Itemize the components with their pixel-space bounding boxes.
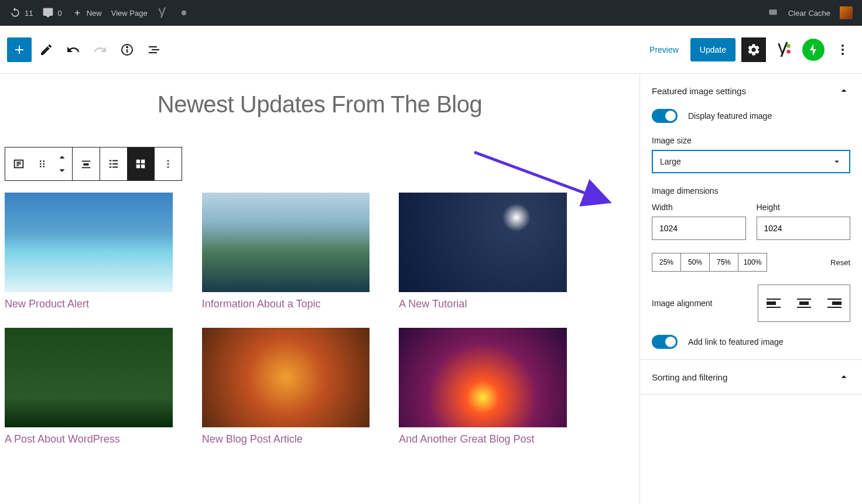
reset-link[interactable]: Reset xyxy=(830,258,850,267)
yoast-editor-button[interactable] xyxy=(772,37,796,62)
chevron-up-icon xyxy=(837,371,850,383)
height-input[interactable] xyxy=(757,217,851,240)
toolbar-more[interactable] xyxy=(155,148,182,180)
jetpack-button[interactable] xyxy=(802,39,825,61)
chevron-up-icon xyxy=(56,151,69,164)
svg-point-7 xyxy=(842,44,844,47)
editor-canvas[interactable]: Newest Updates From The Blog xyxy=(0,74,639,504)
info-button[interactable] xyxy=(115,37,139,62)
align-left-button[interactable] xyxy=(758,285,789,321)
svg-point-5 xyxy=(786,44,791,48)
edit-mode-button[interactable] xyxy=(34,37,59,62)
post-image xyxy=(5,328,173,427)
svg-point-6 xyxy=(786,50,791,54)
width-input[interactable] xyxy=(652,217,746,240)
drag-icon xyxy=(36,157,49,170)
post-image xyxy=(5,193,173,292)
post-card[interactable]: A Post About WordPress xyxy=(5,328,173,445)
settings-button[interactable] xyxy=(741,37,766,62)
more-menu-button[interactable] xyxy=(830,37,855,62)
undo-icon xyxy=(66,43,80,57)
svg-point-14 xyxy=(40,160,42,162)
post-card[interactable]: Information About a Topic xyxy=(202,193,370,310)
svg-point-15 xyxy=(43,160,45,162)
toolbar-grid-view[interactable] xyxy=(127,148,154,180)
display-featured-toggle[interactable] xyxy=(652,109,678,123)
update-button[interactable]: Update xyxy=(690,38,736,61)
post-title[interactable]: Information About a Topic xyxy=(202,298,370,310)
admin-updates[interactable]: 11 xyxy=(5,0,37,26)
pct-100-button[interactable]: 100% xyxy=(738,253,767,272)
post-card[interactable]: A New Tutorial xyxy=(399,193,567,310)
image-size-select[interactable]: Large xyxy=(652,150,850,173)
clear-cache-label: Clear Cache xyxy=(788,9,830,18)
post-title[interactable]: New Product Alert xyxy=(5,298,173,310)
admin-clear-cache[interactable]: Clear Cache xyxy=(784,0,835,26)
toolbar-move[interactable] xyxy=(52,148,72,180)
comment-icon xyxy=(42,7,54,19)
admin-comments[interactable]: 0 xyxy=(37,0,66,26)
add-link-toggle[interactable] xyxy=(652,335,678,349)
post-image xyxy=(399,328,567,427)
toolbar-block-type[interactable] xyxy=(5,148,32,180)
add-block-button[interactable] xyxy=(7,37,32,62)
image-size-label: Image size xyxy=(652,136,850,145)
align-icon xyxy=(80,157,93,170)
toolbar-drag[interactable] xyxy=(32,148,52,180)
plus-icon xyxy=(71,7,83,19)
jetpack-icon xyxy=(806,43,820,57)
toolbar-list-view[interactable] xyxy=(100,148,127,180)
featured-image-panel: Featured image settings Display featured… xyxy=(640,74,862,360)
list-icon xyxy=(147,43,161,57)
post-image xyxy=(399,193,567,292)
post-title[interactable]: A New Tutorial xyxy=(399,298,567,310)
redo-icon xyxy=(93,43,107,57)
svg-point-8 xyxy=(842,49,844,51)
avatar xyxy=(840,6,853,19)
admin-yoast[interactable] xyxy=(152,0,173,26)
svg-point-25 xyxy=(167,163,169,165)
post-title[interactable]: New Blog Post Article xyxy=(202,433,370,445)
pencil-icon xyxy=(39,43,53,57)
admin-avatar[interactable] xyxy=(835,0,857,26)
panel-header-featured[interactable]: Featured image settings xyxy=(652,84,850,97)
svg-point-17 xyxy=(43,163,45,165)
page-title[interactable]: Newest Updates From The Blog xyxy=(5,91,635,118)
posts-grid: New Product Alert Information About a To… xyxy=(5,193,567,445)
info-icon xyxy=(120,43,134,57)
plus-icon xyxy=(12,43,26,57)
toggle-label: Add link to featured image xyxy=(688,337,784,347)
pct-75-button[interactable]: 75% xyxy=(709,253,738,272)
post-title[interactable]: And Another Great Blog Post xyxy=(399,433,567,445)
preview-link[interactable]: Preview xyxy=(644,45,685,54)
admin-view-page[interactable]: View Page xyxy=(107,0,152,26)
svg-point-24 xyxy=(167,160,169,162)
svg-point-0 xyxy=(181,11,186,15)
comments-count: 0 xyxy=(57,9,61,18)
chevron-up-icon xyxy=(837,84,850,97)
post-card[interactable]: New Product Alert xyxy=(5,193,173,310)
post-title[interactable]: A Post About WordPress xyxy=(5,433,173,445)
pct-50-button[interactable]: 50% xyxy=(680,253,710,272)
undo-button[interactable] xyxy=(61,37,85,62)
admin-clear-cache-icon[interactable] xyxy=(762,0,784,26)
post-card[interactable]: New Blog Post Article xyxy=(202,328,370,445)
admin-new[interactable]: New xyxy=(67,0,107,26)
toolbar-align[interactable] xyxy=(73,148,100,180)
editor-header: Preview Update xyxy=(0,26,862,74)
redo-button[interactable] xyxy=(88,37,112,62)
svg-point-19 xyxy=(43,166,45,167)
pct-25-button[interactable]: 25% xyxy=(652,253,681,272)
outline-button[interactable] xyxy=(142,37,166,62)
panel-header-sorting[interactable]: Sorting and filtering xyxy=(652,371,850,383)
block-toolbar xyxy=(5,147,182,181)
yoast-icon xyxy=(777,42,792,57)
admin-notif[interactable] xyxy=(173,0,194,26)
more-vertical-icon xyxy=(162,157,175,170)
post-card[interactable]: And Another Great Blog Post xyxy=(399,328,567,445)
align-right-button[interactable] xyxy=(819,285,850,321)
gear-icon xyxy=(747,43,761,57)
post-image xyxy=(202,193,370,292)
align-center-button[interactable] xyxy=(789,285,819,321)
list-view-icon xyxy=(107,157,120,170)
